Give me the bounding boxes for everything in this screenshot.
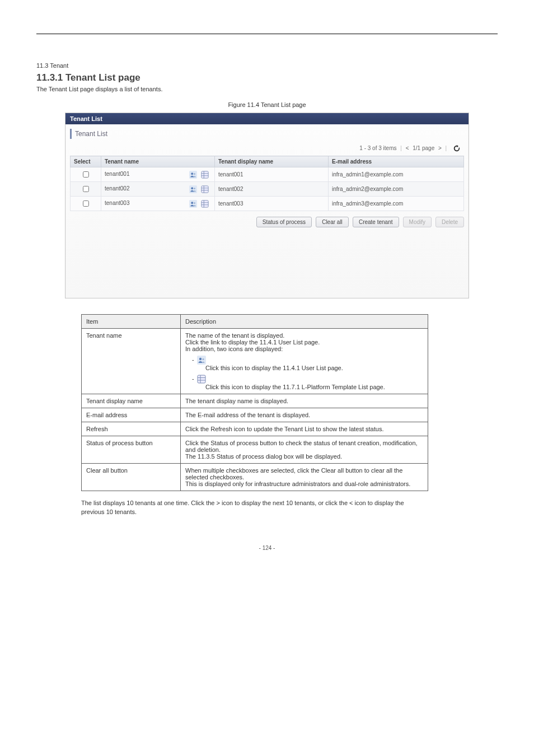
svg-point-16 [194,202,195,204]
ref-item: Tenant display name [82,394,181,408]
svg-point-23 [202,358,204,360]
svg-rect-17 [202,200,208,207]
page-footer: - 124 - [36,545,498,551]
table-row: tenant003 tenant003 infra_admin3@example… [71,197,464,211]
table-row: Status of process button Click the Statu… [82,436,428,464]
refresh-icon[interactable] [453,144,461,152]
svg-point-15 [191,202,194,204]
svg-rect-3 [202,171,208,178]
tenant-display: tenant003 [215,197,329,211]
pager-prev[interactable]: < [406,145,409,151]
pager: 1 - 3 of 3 items | < 1/1 page > | [70,142,464,156]
users-icon[interactable] [189,185,197,193]
svg-point-22 [199,358,202,360]
create-tenant-button[interactable]: Create tenant [353,217,399,227]
reference-table: Item Description Tenant name The name of… [81,314,428,491]
row-checkbox[interactable] [83,186,89,192]
tenant-email: infra_admin3@example.com [329,197,464,211]
users-icon[interactable] [189,171,197,179]
panel-subhead: Tenant List [70,129,111,139]
ref-desc: The E-mail address of the tenant is disp… [181,408,428,422]
tenant-email: infra_admin1@example.com [329,167,464,182]
tenant-list-screenshot: Tenant List Tenant List 1 - 3 of 3 items… [65,113,469,298]
ref-desc: The name of the tenant is displayed. Cli… [181,329,428,394]
col-display-name: Tenant display name [215,156,329,167]
after-paragraph: The list displays 10 tenants at one time… [81,499,428,517]
ref-item: Tenant name [82,329,181,394]
pager-next[interactable]: > [438,145,442,151]
templates-icon [197,375,206,384]
ref-desc: The tenant display name is displayed. [181,394,428,408]
page-description: The Tenant List page displays a list of … [36,86,498,92]
tenant-name-link[interactable]: tenant001 [105,171,130,177]
ref-col-desc: Description [181,315,428,329]
ref-item: Status of process button [82,436,181,464]
table-row: Tenant name The name of the tenant is di… [82,329,428,394]
table-row: tenant001 tenant001 infra_admin1@example… [71,167,464,182]
ref-desc: When multiple checkboxes are selected, c… [181,464,428,491]
tenant-display: tenant002 [215,182,329,197]
clear-all-button[interactable]: Clear all [316,217,349,227]
col-tenant-name: Tenant name [101,156,215,167]
svg-rect-21 [197,356,206,365]
table-row: Clear all button When multiple checkboxe… [82,464,428,491]
ref-desc: Click the Status of process button to ch… [181,436,428,464]
ref-desc: Click the Refresh icon to update the Ten… [181,422,428,436]
templates-icon[interactable] [201,171,209,179]
ref-item: E-mail address [82,408,181,422]
templates-icon[interactable] [201,200,209,208]
figure-caption: Figure 11.4 Tenant List page [36,101,498,108]
svg-point-2 [194,173,195,175]
tenant-name-link[interactable]: tenant003 [105,200,130,206]
templates-icon[interactable] [201,185,209,193]
svg-point-8 [191,187,194,189]
table-row: Refresh Click the Refresh icon to update… [82,422,428,436]
svg-point-9 [194,188,195,189]
users-icon [197,356,206,365]
col-email: E-mail address [329,156,464,167]
table-row: E-mail address The E-mail address of the… [82,408,428,422]
table-row: tenant002 tenant002 infra_admin2@example… [71,182,464,197]
svg-rect-24 [198,375,205,383]
tenant-table: Select Tenant name Tenant display name E… [70,156,464,211]
tenant-display: tenant001 [215,167,329,182]
modify-button: Modify [403,217,432,227]
ref-item: Clear all button [82,464,181,491]
ref-col-item: Item [82,315,181,329]
delete-button: Delete [435,217,464,227]
svg-point-1 [191,172,194,175]
tenant-name-link[interactable]: tenant002 [105,185,130,192]
pager-items-text: 1 - 3 of 3 items [359,145,396,151]
svg-rect-10 [202,185,208,192]
col-select: Select [71,156,101,167]
users-icon[interactable] [189,200,197,208]
tenant-email: infra_admin2@example.com [329,182,464,197]
ref-item: Refresh [82,422,181,436]
svg-rect-14 [189,200,197,208]
panel-titlebar: Tenant List [65,113,469,124]
row-checkbox[interactable] [83,171,89,178]
svg-rect-7 [189,185,197,193]
row-checkbox[interactable] [83,200,89,207]
page-heading: 11.3.1 Tenant List page [36,72,498,83]
section-number: 11.3 Tenant [36,62,498,69]
status-of-process-button[interactable]: Status of process [256,217,312,227]
pager-page-text: 1/1 page [413,145,434,151]
table-row: Tenant display name The tenant display n… [82,394,428,408]
svg-rect-0 [189,171,197,179]
